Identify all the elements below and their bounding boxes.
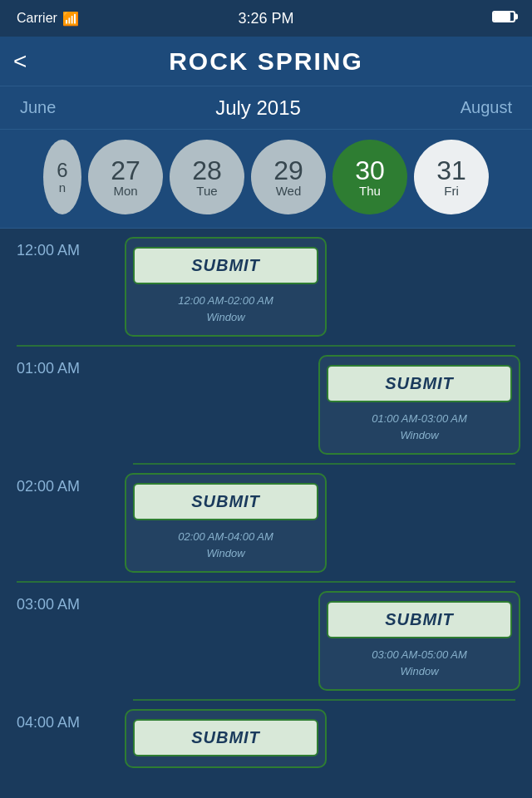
schedule-row-1200am: 12:00 AM SUBMIT 12:00 AM-02:00 AMWindow	[0, 229, 532, 345]
day-item-27[interactable]: 27 Mon	[88, 140, 163, 214]
day-item-30[interactable]: 30 Thu	[332, 140, 407, 214]
carrier-wifi: Carrier 📶	[17, 11, 79, 27]
current-month: July 2015	[215, 96, 301, 120]
day-number: 28	[192, 157, 222, 184]
day-item-partial[interactable]: 6 n	[43, 140, 81, 214]
window-text: 01:00 AM-03:00 AMWindow	[372, 411, 467, 443]
schedule-cards: SUBMIT 03:00 AM-05:00 AMWindow	[125, 583, 532, 699]
schedule-row-0300am: 03:00 AM SUBMIT 03:00 AM-05:00 AMWindow	[0, 583, 532, 699]
day-number: 31	[436, 157, 466, 184]
day-item-29[interactable]: 29 Wed	[251, 140, 326, 214]
day-name: Fri	[444, 184, 459, 198]
day-name: Mon	[113, 184, 137, 198]
status-time: 3:26 PM	[238, 10, 293, 27]
day-name: Thu	[359, 184, 381, 198]
day-name: Tue	[196, 184, 217, 198]
schedule-row-0200am: 02:00 AM SUBMIT 02:00 AM-04:00 AMWindow	[0, 465, 532, 581]
schedule-cards: SUBMIT 12:00 AM-02:00 AMWindow	[125, 229, 532, 345]
event-card-col2: SUBMIT 01:00 AM-03:00 AMWindow	[318, 355, 520, 455]
day-number: 30	[355, 157, 385, 184]
submit-button[interactable]: SUBMIT	[327, 601, 512, 638]
day-number: 6	[57, 160, 67, 180]
window-text: 12:00 AM-02:00 AMWindow	[178, 293, 273, 325]
event-card-col1: SUBMIT	[125, 709, 327, 768]
schedule-cards: SUBMIT	[125, 701, 532, 776]
back-button[interactable]: <	[13, 50, 27, 73]
nav-header: < ROCK SPRING	[0, 37, 532, 86]
page-title: ROCK SPRING	[169, 47, 363, 76]
submit-button[interactable]: SUBMIT	[133, 483, 318, 520]
time-label: 12:00 AM	[0, 229, 125, 345]
carrier-label: Carrier	[17, 11, 57, 26]
day-item-28[interactable]: 28 Tue	[170, 140, 244, 214]
submit-button[interactable]: SUBMIT	[133, 719, 318, 756]
submit-button[interactable]: SUBMIT	[327, 365, 512, 402]
schedule-cards: SUBMIT 02:00 AM-04:00 AMWindow	[125, 465, 532, 581]
battery-indicator	[492, 11, 515, 26]
prev-month[interactable]: June	[20, 98, 56, 117]
window-text: 02:00 AM-04:00 AMWindow	[178, 529, 273, 561]
day-number: 29	[273, 157, 303, 184]
event-card-col2: SUBMIT 03:00 AM-05:00 AMWindow	[318, 591, 520, 691]
time-label: 02:00 AM	[0, 465, 125, 581]
day-number: 27	[111, 157, 140, 184]
time-label: 04:00 AM	[0, 701, 125, 776]
day-selector: 6 n 27 Mon 28 Tue 29 Wed 30 Thu 31 Fri	[0, 130, 532, 229]
schedule-row-0100am: 01:00 AM SUBMIT 01:00 AM-03:00 AMWindow	[0, 347, 532, 463]
status-bar: Carrier 📶 3:26 PM	[0, 0, 532, 37]
day-name: n	[59, 180, 66, 195]
event-card-col1: SUBMIT 02:00 AM-04:00 AMWindow	[125, 473, 327, 573]
time-label: 03:00 AM	[0, 583, 125, 699]
window-text: 03:00 AM-05:00 AMWindow	[372, 647, 467, 679]
day-item-31[interactable]: 31 Fri	[414, 140, 489, 214]
time-label: 01:00 AM	[0, 347, 125, 463]
schedule-cards: SUBMIT 01:00 AM-03:00 AMWindow	[125, 347, 532, 463]
wifi-icon: 📶	[62, 11, 79, 27]
next-month[interactable]: August	[461, 98, 512, 117]
schedule-row-0400am: 04:00 AM SUBMIT	[0, 701, 532, 776]
month-nav: June July 2015 August	[0, 86, 532, 130]
event-card-col1: SUBMIT 12:00 AM-02:00 AMWindow	[125, 237, 327, 337]
day-name: Wed	[276, 184, 302, 198]
schedule: 12:00 AM SUBMIT 12:00 AM-02:00 AMWindow …	[0, 229, 532, 776]
submit-button[interactable]: SUBMIT	[133, 247, 318, 284]
